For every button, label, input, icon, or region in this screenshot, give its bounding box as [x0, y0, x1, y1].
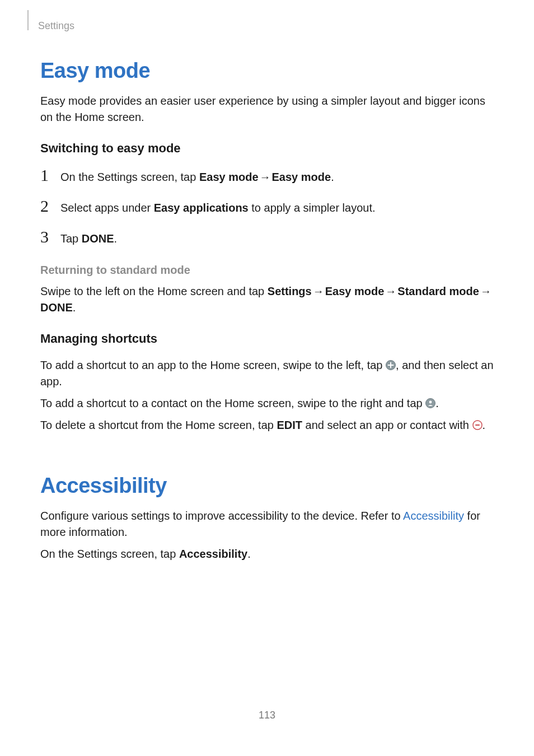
heading-easy-mode: Easy mode [40, 59, 494, 83]
remove-icon [472, 420, 483, 430]
step-number: 2 [40, 198, 51, 214]
text: . [435, 397, 439, 409]
text: and select an app or contact with [302, 419, 472, 431]
returning-text: Swipe to the left on the Home screen and… [40, 283, 494, 316]
arrow-icon: → [385, 283, 396, 300]
arrow-icon: → [480, 283, 491, 300]
text: . [331, 171, 334, 183]
text: . [247, 548, 251, 560]
text: . [114, 232, 118, 245]
bold-text: Easy mode [272, 171, 331, 183]
steps-list: 1 On the Settings screen, tap Easy mode … [40, 167, 494, 247]
text: Swipe to the left on the Home screen and… [40, 285, 268, 297]
page: Settings Easy mode Easy mode provides an… [0, 0, 534, 756]
breadcrumb: Settings [38, 20, 74, 32]
bold-text: DONE [40, 301, 73, 314]
text: On the Settings screen, tap [60, 171, 199, 183]
easy-mode-intro: Easy mode provides an easier user experi… [40, 93, 494, 125]
accessibility-link[interactable]: Accessibility [403, 510, 464, 522]
page-number: 113 [0, 710, 534, 721]
step-number: 3 [40, 228, 51, 245]
text: . [73, 301, 76, 314]
step-3: 3 Tap DONE. [40, 228, 494, 247]
add-contact-icon [425, 398, 435, 408]
header-rule [27, 10, 29, 30]
text: To add a shortcut to a contact on the Ho… [40, 397, 425, 409]
step-text: On the Settings screen, tap Easy mode → … [60, 169, 334, 185]
bold-text: DONE [82, 232, 114, 245]
accessibility-p1: Configure various settings to improve ac… [40, 508, 494, 540]
heading-managing: Managing shortcuts [40, 332, 494, 346]
step-text: Select apps under Easy applications to a… [60, 200, 376, 216]
text: to apply a simpler layout. [249, 202, 376, 214]
content: Easy mode Easy mode provides an easier u… [40, 17, 494, 562]
text: . [483, 419, 486, 431]
svg-rect-4 [475, 424, 480, 426]
heading-returning: Returning to standard mode [40, 264, 494, 277]
text: On the Settings screen, tap [40, 548, 179, 560]
bold-text: Settings [268, 285, 312, 297]
text: Select apps under [60, 202, 154, 214]
text: Tap [60, 232, 82, 245]
bold-text: Easy applications [154, 202, 249, 214]
add-app-icon [386, 360, 396, 370]
text: Configure various settings to improve ac… [40, 510, 403, 522]
managing-line-3: To delete a shortcut from the Home scree… [40, 417, 494, 433]
step-2: 2 Select apps under Easy applications to… [40, 198, 494, 216]
arrow-icon: → [260, 169, 271, 185]
bold-text: Accessibility [179, 548, 247, 560]
managing-line-2: To add a shortcut to a contact on the Ho… [40, 395, 494, 412]
heading-accessibility: Accessibility [40, 474, 494, 498]
step-1: 1 On the Settings screen, tap Easy mode … [40, 167, 494, 185]
svg-point-2 [429, 401, 432, 404]
accessibility-p2: On the Settings screen, tap Accessibilit… [40, 546, 494, 562]
text: To delete a shortcut from the Home scree… [40, 419, 277, 431]
heading-switching: Switching to easy mode [40, 141, 494, 156]
arrow-icon: → [313, 283, 324, 300]
bold-text: Standard mode [397, 285, 479, 297]
bold-text: EDIT [277, 419, 302, 431]
step-number: 1 [40, 167, 51, 184]
bold-text: Easy mode [325, 285, 385, 297]
step-text: Tap DONE. [60, 231, 117, 247]
text: To add a shortcut to an app to the Home … [40, 359, 386, 371]
bold-text: Easy mode [199, 171, 259, 183]
managing-line-1: To add a shortcut to an app to the Home … [40, 357, 494, 390]
